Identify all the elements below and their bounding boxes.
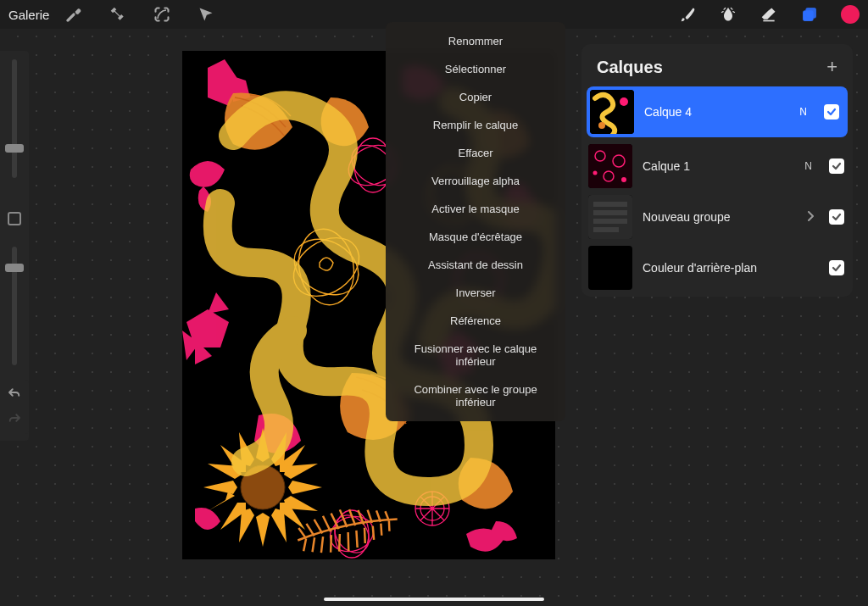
layers-panel: Calques + Calque 4 N Calque 1 N [581,44,853,297]
move-icon[interactable] [197,5,215,24]
svg-point-26 [598,122,605,129]
home-indicator [324,598,544,601]
layer-label: Calque 4 [644,105,789,119]
svg-point-32 [593,171,598,175]
menu-item-drawing-assist[interactable]: Assistant de dessin [386,251,565,279]
svg-rect-33 [588,195,632,239]
color-swatch[interactable] [841,5,860,24]
adjustments-icon[interactable] [108,5,127,24]
layer-visibility-checkbox[interactable] [829,158,844,174]
menu-item-fill[interactable]: Remplir le calque [386,111,565,139]
modifier-button[interactable] [8,212,21,225]
menu-item-clear[interactable]: Effacer [386,139,565,167]
svg-point-31 [621,177,626,182]
menu-item-mask[interactable]: Activer le masque [386,195,565,223]
layer-thumbnail [588,144,632,188]
undo-icon[interactable] [7,386,22,402]
smudge-icon[interactable] [719,5,737,24]
brush-opacity-slider[interactable] [12,247,17,365]
undo-redo-group [0,380,29,434]
layer-blend-mode[interactable]: N [799,106,807,118]
brush-size-thumb[interactable] [5,144,24,153]
chevron-right-icon [807,209,814,225]
menu-item-reference[interactable]: Référence [386,307,565,335]
menu-item-merge-down[interactable]: Fusionner avec le calque inférieur [386,335,565,375]
selection-icon[interactable] [153,5,171,24]
layer-row[interactable]: Calque 1 N [581,141,853,192]
left-tool-group [64,5,215,24]
svg-rect-34 [593,202,627,207]
layers-panel-header: Calques + [581,44,853,86]
brush-size-slider[interactable] [12,59,17,178]
menu-item-rename[interactable]: Renommer [386,27,565,55]
menu-item-clipping-mask[interactable]: Masque d'écrêtage [386,223,565,251]
redo-icon[interactable] [7,412,22,427]
menu-item-copy[interactable]: Copier [386,83,565,111]
menu-item-combine-down[interactable]: Combiner avec le groupe inférieur [386,375,565,416]
eraser-icon[interactable] [760,5,778,24]
layer-visibility-checkbox[interactable] [829,260,844,275]
svg-rect-37 [593,227,619,232]
layer-thumbnail [588,246,632,290]
right-tool-group [678,5,860,24]
svg-rect-35 [593,210,627,215]
layer-thumbnail [590,90,634,134]
brush-icon[interactable] [678,5,697,24]
layer-row[interactable]: Calque 4 N [587,86,848,137]
layer-label: Calque 1 [643,159,794,173]
svg-rect-1 [806,8,816,19]
brush-opacity-thumb[interactable] [5,264,24,272]
layer-row[interactable]: Nouveau groupe [581,192,853,242]
layer-row[interactable]: Couleur d'arrière-plan [581,242,853,293]
layers-panel-title: Calques [597,58,663,77]
layers-icon[interactable] [800,5,819,24]
gallery-button[interactable]: Galerie [8,8,49,22]
menu-item-select[interactable]: Sélectionner [386,55,565,83]
wrench-icon[interactable] [64,5,83,24]
layer-blend-mode[interactable]: N [804,160,812,172]
layer-thumbnail [588,195,632,239]
menu-item-invert[interactable]: Inverser [386,279,565,307]
menu-item-alpha-lock[interactable]: Verrouillage alpha [386,167,565,195]
layer-label: Couleur d'arrière-plan [643,261,819,275]
add-layer-button[interactable]: + [826,56,837,78]
layer-visibility-checkbox[interactable] [829,209,844,225]
layer-label: Nouveau groupe [643,210,797,224]
svg-rect-36 [593,219,627,224]
layer-context-menu: Renommer Sélectionner Copier Remplir le … [386,22,565,421]
layer-visibility-checkbox[interactable] [824,104,839,120]
svg-point-25 [620,97,628,106]
